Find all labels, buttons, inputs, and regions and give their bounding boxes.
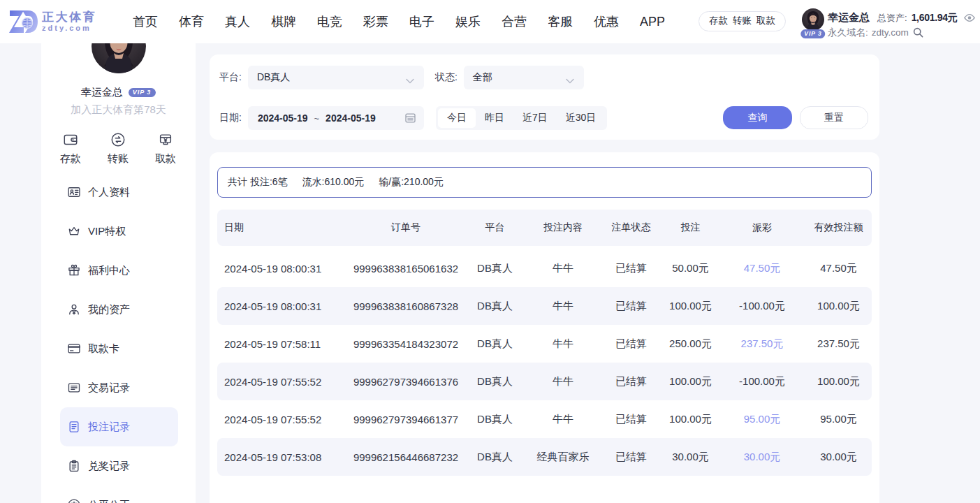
wallet-actions-pill: 存款转账取款 — [699, 11, 786, 31]
sidebar-item-个人资料[interactable]: 个人资料 — [60, 173, 178, 212]
date-preset-近30日[interactable]: 近30日 — [557, 108, 606, 128]
cell-派彩: 95.00元 — [717, 413, 807, 426]
platform-select[interactable]: DB真人 — [248, 66, 424, 89]
cell-订单号: 999963354184323072 — [350, 338, 462, 350]
cell-投注内容: 牛牛 — [528, 413, 598, 426]
status-select[interactable]: 全部 — [464, 66, 584, 89]
cell-投注内容: 牛牛 — [528, 375, 598, 388]
column-header-平台: 平台 — [462, 221, 528, 234]
nav-item-电子[interactable]: 电子 — [409, 13, 434, 30]
sidebar-item-label: 取款卡 — [88, 342, 119, 356]
cell-日期: 2024-05-19 08:00:31 — [217, 263, 350, 275]
nav-item-APP[interactable]: APP — [640, 15, 665, 29]
cell-投注: 250.00元 — [664, 337, 717, 351]
date-preset-今日[interactable]: 今日 — [438, 108, 476, 128]
sidebar-item-交易记录[interactable]: 交易记录 — [60, 368, 178, 407]
filter-card: 平台: DB真人 状态: 全部 日期: 2024-05-19 ~ 2024-05… — [210, 54, 879, 140]
cell-平台: DB真人 — [462, 413, 528, 426]
nav-item-真人[interactable]: 真人 — [225, 13, 250, 30]
date-preset-近7日[interactable]: 近7日 — [513, 108, 557, 128]
sidebar-item-福利中心[interactable]: 福利中心 — [60, 251, 178, 290]
cell-日期: 2024-05-19 07:55:52 — [217, 414, 350, 425]
reset-button[interactable]: 重置 — [800, 106, 868, 129]
cell-投注内容: 牛牛 — [528, 300, 598, 313]
total-assets-value: 1,601.94元 — [912, 12, 958, 24]
eye-icon[interactable] — [964, 13, 975, 22]
table-row: 2024-05-19 07:55:52999962797394661376DB真… — [217, 363, 872, 400]
date-range-input[interactable]: 2024-05-19 ~ 2024-05-19 — [248, 106, 424, 130]
logo-zd-icon — [8, 9, 38, 34]
sidebar-item-公平公正[interactable]: 公平公正 — [60, 486, 178, 503]
sidebar-item-取款卡[interactable]: 取款卡 — [60, 329, 178, 368]
cell-日期: 2024-05-19 07:58:11 — [217, 338, 350, 350]
platform-label: 平台: — [219, 71, 242, 84]
cell-派彩: 237.50元 — [717, 337, 807, 351]
sidebar-item-兑奖记录[interactable]: 兑奖记录 — [60, 446, 178, 486]
cell-注单状态: 已结算 — [598, 300, 664, 313]
quick-action-存款[interactable]: 存款 — [54, 132, 87, 166]
cell-有效投注额: 237.50元 — [807, 337, 870, 351]
summary-winloss: 输/赢:210.00元 — [379, 176, 444, 189]
quick-action-label: 转账 — [108, 152, 129, 166]
cell-投注: 100.00元 — [664, 300, 717, 313]
transfer-icon — [110, 132, 126, 150]
platform-select-value: DB真人 — [257, 71, 290, 84]
nav-item-优惠[interactable]: 优惠 — [594, 13, 619, 30]
avatar[interactable] — [802, 8, 824, 31]
sidebar-item-VIP特权[interactable]: VIP特权 — [60, 212, 178, 251]
nav-item-彩票[interactable]: 彩票 — [363, 13, 388, 30]
chevron-down-icon — [566, 74, 574, 87]
wallet-action-存款[interactable]: 存款 — [707, 15, 731, 27]
quick-action-转账[interactable]: 转账 — [101, 132, 135, 166]
records-card: 共计 投注:6笔 流水:610.00元 输/赢:210.00元 日期订单号平台投… — [210, 152, 879, 503]
permanent-domain-value: zdty.com — [872, 27, 909, 38]
date-label: 日期: — [219, 112, 242, 124]
cell-平台: DB真人 — [462, 262, 528, 275]
sidebar-username: 幸运金总 — [81, 86, 123, 99]
cell-投注内容: 经典百家乐 — [528, 451, 598, 464]
site-logo[interactable]: 正大体育 zdty.com — [8, 9, 96, 34]
nav-item-体育[interactable]: 体育 — [179, 13, 204, 30]
total-assets-label: 总资产: — [877, 12, 907, 24]
header-user-block[interactable]: VIP 3 幸运金总 总资产: 1,601.94元 永久域名: zdty.com — [801, 5, 975, 39]
sidebar-item-label: 兑奖记录 — [88, 460, 130, 473]
magnifier-icon[interactable] — [913, 27, 923, 38]
query-button[interactable]: 查询 — [723, 106, 792, 129]
fair-icon — [67, 498, 81, 503]
logo-title: 正大体育 — [42, 10, 96, 24]
quick-action-label: 取款 — [155, 152, 176, 166]
nav-item-娱乐[interactable]: 娱乐 — [455, 13, 481, 30]
column-header-投注内容: 投注内容 — [528, 221, 598, 234]
date-preset-昨日[interactable]: 昨日 — [476, 108, 513, 128]
cell-有效投注额: 47.50元 — [807, 262, 870, 275]
cell-日期: 2024-05-19 07:55:52 — [217, 376, 350, 388]
nav-item-客服[interactable]: 客服 — [548, 13, 573, 30]
nav-item-电竞[interactable]: 电竞 — [317, 13, 342, 30]
sidebar-item-label: VIP特权 — [88, 225, 126, 238]
wallet-action-转账[interactable]: 转账 — [731, 15, 754, 27]
logo-domain: zdty.com — [42, 24, 96, 33]
cell-投注内容: 牛牛 — [528, 337, 598, 351]
nav-item-棋牌[interactable]: 棋牌 — [271, 13, 296, 30]
column-header-订单号: 订单号 — [350, 221, 462, 234]
date-to: 2024-05-19 — [326, 112, 376, 124]
sidebar-item-label: 投注记录 — [88, 421, 130, 434]
status-select-value: 全部 — [473, 71, 492, 84]
crown-icon — [67, 224, 81, 238]
withdraw-icon — [158, 132, 173, 150]
wallet-action-取款[interactable]: 取款 — [754, 15, 778, 27]
cell-派彩: -100.00元 — [717, 300, 807, 313]
quick-action-取款[interactable]: 取款 — [149, 132, 182, 166]
cell-注单状态: 已结算 — [598, 375, 664, 388]
date-from: 2024-05-19 — [258, 112, 308, 124]
nav-item-首页[interactable]: 首页 — [133, 13, 158, 30]
summary-total: 共计 投注:6笔 — [228, 176, 288, 189]
cell-派彩: 47.50元 — [717, 262, 807, 275]
vip-badge: VIP 3 — [800, 29, 825, 38]
cell-有效投注额: 30.00元 — [807, 451, 870, 464]
sidebar-item-我的资产[interactable]: 我的资产 — [60, 290, 178, 329]
joined-days-text: 加入正大体育第78天 — [41, 103, 196, 117]
sidebar-item-投注记录[interactable]: 投注记录 — [60, 407, 178, 446]
sidebar-item-label: 个人资料 — [88, 186, 130, 199]
nav-item-合营[interactable]: 合营 — [502, 13, 527, 30]
